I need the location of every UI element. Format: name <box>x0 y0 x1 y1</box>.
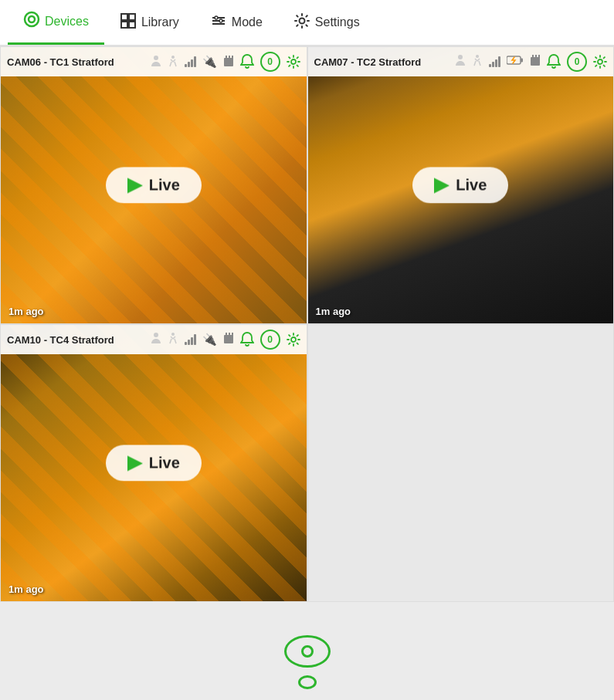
mode-icon <box>210 12 227 33</box>
signal-icon <box>489 56 500 67</box>
play-icon <box>127 178 143 193</box>
svg-rect-22 <box>521 59 523 63</box>
cam07-gear-icon[interactable] <box>593 55 607 69</box>
charging-icon <box>507 55 524 69</box>
cam10-title: CAM10 - TC4 Stratford <box>7 334 148 346</box>
nav-mode[interactable]: Mode <box>195 0 278 45</box>
bell-icon[interactable] <box>547 54 561 69</box>
svg-rect-32 <box>229 333 230 336</box>
nav-settings[interactable]: Settings <box>278 0 375 45</box>
bottom-area: Add New Device <box>0 602 614 700</box>
svg-rect-25 <box>535 55 537 58</box>
cam07-timestamp: 1m ago <box>316 306 351 317</box>
svg-rect-23 <box>531 57 540 66</box>
svg-point-12 <box>154 56 158 60</box>
svg-point-27 <box>598 59 602 64</box>
sd-icon <box>223 332 234 347</box>
cam10-icons: 🔌 0 <box>151 330 300 350</box>
cam06-alert-count[interactable]: 0 <box>260 52 280 72</box>
device-ring-outer <box>284 635 331 668</box>
walk-icon <box>168 55 178 69</box>
camera-cell-empty <box>307 324 615 602</box>
device-dot-below <box>298 675 317 689</box>
person-icon <box>151 332 161 347</box>
nav-library[interactable]: Library <box>104 0 195 45</box>
cam06-live-button[interactable]: Live <box>106 167 202 204</box>
cam06-live-label: Live <box>149 177 180 194</box>
cam10-live-label: Live <box>149 455 180 472</box>
svg-point-1 <box>29 16 35 22</box>
svg-point-11 <box>299 18 304 23</box>
play-icon <box>434 178 449 193</box>
svg-rect-10 <box>219 19 222 22</box>
svg-rect-15 <box>226 56 227 59</box>
svg-rect-5 <box>129 22 135 28</box>
nav-library-label: Library <box>141 15 179 29</box>
cam06-header: CAM06 - TC1 Stratford 🔌 <box>1 47 307 76</box>
cam07-title: CAM07 - TC2 Stratford <box>314 56 453 68</box>
cam07-header: CAM07 - TC2 Stratford <box>308 47 614 76</box>
play-icon <box>127 455 143 471</box>
svg-rect-26 <box>538 55 540 58</box>
nav-devices[interactable]: Devices <box>8 0 104 45</box>
svg-rect-16 <box>229 56 230 59</box>
svg-rect-4 <box>121 22 127 28</box>
svg-point-18 <box>291 59 296 64</box>
cam10-timestamp: 1m ago <box>8 583 44 595</box>
svg-rect-31 <box>226 333 227 336</box>
svg-rect-24 <box>532 55 534 58</box>
cam06-icons: 🔌 0 <box>151 52 300 72</box>
navbar: Devices Library Mode <box>0 0 614 46</box>
nav-mode-label: Mode <box>232 15 263 29</box>
walk-icon <box>472 54 483 69</box>
library-icon <box>120 12 137 33</box>
cam06-gear-icon[interactable] <box>287 55 300 69</box>
camera-cell-cam10: CAM10 - TC4 Stratford 🔌 <box>0 324 307 602</box>
settings-icon <box>293 12 310 33</box>
person-icon <box>455 54 466 69</box>
cam07-alert-count[interactable]: 0 <box>567 52 587 72</box>
devices-icon <box>23 11 40 32</box>
cam10-gear-icon[interactable] <box>287 333 300 347</box>
cam06-timestamp: 1m ago <box>8 306 44 317</box>
bell-icon[interactable] <box>240 332 254 347</box>
svg-point-29 <box>171 333 175 336</box>
plug-icon: 🔌 <box>202 333 217 347</box>
nav-settings-label: Settings <box>315 15 360 29</box>
walk-icon <box>168 332 178 347</box>
cam10-live-button[interactable]: Live <box>106 445 202 482</box>
svg-point-34 <box>291 337 296 342</box>
nav-devices-label: Devices <box>45 15 89 29</box>
cam06-title: CAM06 - TC1 Stratford <box>7 56 148 68</box>
bell-icon[interactable] <box>240 54 254 69</box>
cam10-alert-count[interactable]: 0 <box>260 330 280 350</box>
svg-rect-3 <box>129 14 135 20</box>
svg-point-20 <box>476 55 479 58</box>
cam07-live-button[interactable]: Live <box>412 167 508 204</box>
cam07-icons: 0 <box>455 52 607 72</box>
cam07-live-label: Live <box>456 177 487 194</box>
camera-grid: CAM06 - TC1 Stratford 🔌 <box>0 46 614 602</box>
sd-icon <box>530 54 541 69</box>
svg-point-19 <box>458 55 463 59</box>
add-device-icon <box>280 635 334 689</box>
signal-icon <box>185 56 196 67</box>
svg-point-0 <box>25 12 39 26</box>
svg-rect-17 <box>232 56 233 59</box>
person-icon <box>151 55 161 69</box>
sd-icon <box>223 55 234 69</box>
svg-rect-30 <box>224 335 233 343</box>
svg-point-28 <box>154 333 158 337</box>
cam10-header: CAM10 - TC4 Stratford 🔌 <box>1 325 307 354</box>
camera-cell-cam06: CAM06 - TC1 Stratford 🔌 <box>0 46 307 324</box>
svg-rect-9 <box>215 16 218 19</box>
plug-icon: 🔌 <box>202 55 217 69</box>
svg-rect-33 <box>232 333 233 336</box>
camera-cell-cam07: CAM07 - TC2 Stratford <box>307 46 615 324</box>
svg-point-13 <box>171 56 175 59</box>
svg-rect-2 <box>121 14 127 20</box>
svg-rect-14 <box>224 58 233 66</box>
device-ring-inner <box>301 645 314 658</box>
signal-icon <box>185 334 196 345</box>
